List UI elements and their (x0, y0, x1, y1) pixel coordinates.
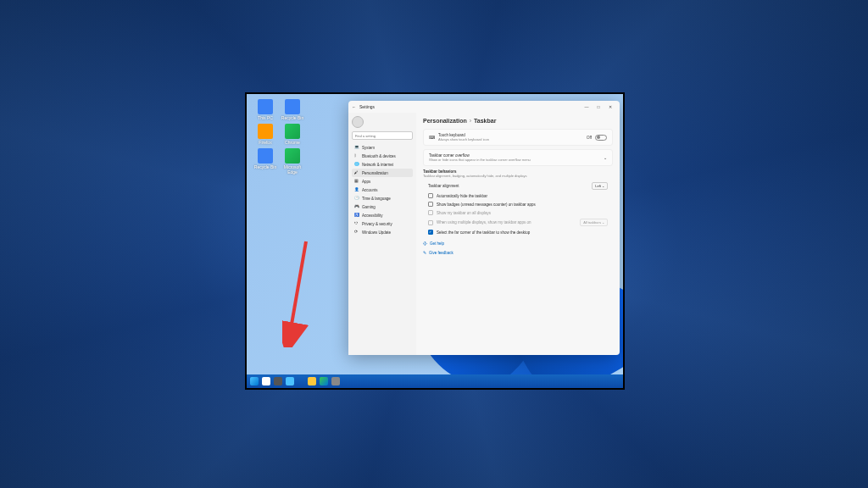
get-help-link[interactable]: 🛈Get help (423, 241, 613, 246)
behavior-option[interactable]: Show badges (unread messages counter) on… (423, 200, 613, 208)
nav-accessibility[interactable]: ♿Accessibility (352, 211, 413, 219)
settings-content: Personalization›Taskbar ⌨ Touch keyboard… (416, 113, 620, 355)
alignment-row: Taskbar alignment Left ⌄ (423, 180, 613, 191)
nav-bluetooth-devices[interactable]: ᛒBluetooth & devices (352, 152, 413, 160)
touch-state: Off (587, 136, 592, 140)
behavior-option[interactable]: Select the far corner of the taskbar to … (423, 228, 613, 236)
breadcrumb-current: Taskbar (474, 118, 496, 124)
search-input[interactable] (352, 131, 413, 140)
checkbox[interactable] (428, 202, 433, 207)
checkbox (428, 220, 433, 225)
behavior-option: When using multiple displays, show my ta… (423, 217, 613, 228)
settings-window: ← Settings — □ ✕ 💻SystemᛒBluetooth & dev… (348, 101, 620, 355)
breadcrumb: Personalization›Taskbar (423, 118, 613, 124)
checkbox (428, 210, 433, 215)
profile-avatar[interactable] (352, 116, 364, 128)
overflow-sub: Show or hide icons that appear in the ta… (429, 158, 600, 162)
windows-desktop: This PCRecycle Bin FirefoxChrome Recycle… (245, 92, 625, 390)
checkbox[interactable] (428, 193, 433, 198)
nav-network-internet[interactable]: 🌐Network & internet (352, 160, 413, 169)
chevron-down-icon: ⌄ (604, 156, 607, 160)
start-button[interactable] (250, 377, 259, 385)
touch-keyboard-row[interactable]: ⌨ Touch keyboard Always show touch keybo… (423, 129, 613, 146)
window-title: Settings (359, 104, 375, 109)
behaviors-sub: Taskbar alignment, badging, automaticall… (423, 174, 613, 178)
maximize-button[interactable]: □ (593, 104, 604, 109)
alignment-label: Taskbar alignment (428, 184, 588, 188)
explorer-icon[interactable] (308, 377, 316, 385)
settings-sidebar: 💻SystemᛒBluetooth & devices🌐Network & in… (348, 113, 416, 355)
behavior-option: Show my taskbar on all displays (423, 208, 613, 217)
taskbar-behaviors-section: Taskbar behaviors Taskbar alignment, bad… (423, 169, 613, 236)
corner-overflow-row[interactable]: Taskbar corner overflow Show or hide ico… (423, 149, 613, 166)
task-view-icon[interactable] (274, 377, 282, 385)
breadcrumb-parent[interactable]: Personalization (423, 118, 467, 124)
nav-privacy-security[interactable]: 🛡Privacy & security (352, 219, 413, 228)
nav-windows-update[interactable]: ⟳Windows Update (352, 228, 413, 236)
taskbar[interactable] (247, 374, 623, 388)
back-button[interactable]: ← (352, 104, 356, 109)
desktop-icon[interactable]: Recycle Bin (252, 148, 279, 169)
widgets-icon[interactable] (286, 377, 294, 385)
desktop-icon[interactable]: Microsoft Edge (279, 148, 306, 175)
search-icon[interactable] (262, 377, 270, 385)
touch-toggle[interactable] (595, 135, 607, 141)
titlebar: ← Settings — □ ✕ (348, 101, 620, 113)
nav-system[interactable]: 💻System (352, 143, 413, 152)
desktop-icon[interactable]: Chrome (279, 124, 306, 145)
settings-icon[interactable] (331, 377, 340, 385)
feedback-icon: ✎ (423, 251, 426, 255)
touch-keyboard-sub: Always show touch keyboard icon (438, 137, 583, 141)
checkbox[interactable] (428, 230, 433, 235)
give-feedback-link[interactable]: ✎Give feedback (423, 251, 613, 255)
desktop-icon[interactable]: This PC (252, 99, 279, 120)
nav-gaming[interactable]: 🎮Gaming (352, 202, 413, 211)
behavior-option[interactable]: Automatically hide the taskbar (423, 191, 613, 200)
minimize-button[interactable]: — (581, 104, 593, 109)
nav-time-language[interactable]: 🕐Time & language (352, 194, 413, 202)
nav-accounts[interactable]: 👤Accounts (352, 186, 413, 194)
desktop-icon[interactable]: Firefox (252, 124, 279, 145)
nav-personalization[interactable]: 🖌Personalization (352, 169, 413, 177)
nav-apps[interactable]: ▦Apps (352, 177, 413, 186)
alignment-dropdown[interactable]: Left ⌄ (592, 182, 608, 190)
edge-icon[interactable] (320, 377, 328, 385)
display-dropdown: All taskbars ⌄ (580, 219, 608, 226)
close-button[interactable]: ✕ (604, 104, 616, 109)
desktop-icon[interactable]: Recycle Bin (279, 99, 306, 120)
desktop-icons: This PCRecycle Bin FirefoxChrome Recycle… (252, 99, 306, 178)
keyboard-icon: ⌨ (429, 136, 435, 140)
help-icon: 🛈 (423, 241, 427, 246)
